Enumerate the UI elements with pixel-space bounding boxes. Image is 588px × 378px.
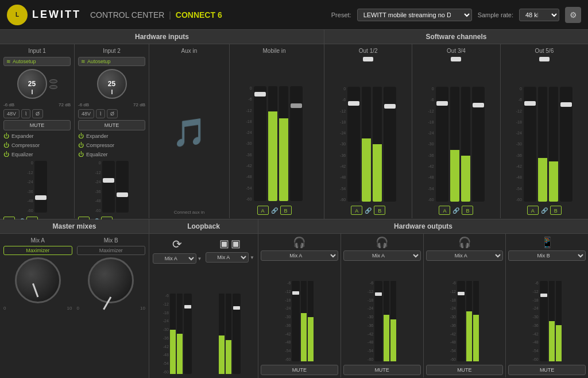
hardware-inputs-panel: Hardware inputs Input 1 ≋ Autosetup 25 [0,30,324,219]
hw-out-channel-1: 🎧 Mix A -6-12-18-24-30-36-42-48-54-60 [258,234,341,377]
software-channels-header: Software channels [324,30,588,44]
out34-a-button[interactable]: A [439,206,450,215]
logo-area: L LEWITT CONTROL CENTER | CONNECT 6 [7,5,222,25]
hw-out-2-fader[interactable] [374,281,382,361]
mobile-in-fader-handle-2[interactable] [291,103,302,108]
sample-rate-wrapper[interactable]: 48 kHz [519,9,559,21]
mix-a-knob[interactable] [15,257,61,303]
hw-out-3-fader[interactable] [457,281,465,361]
out12-fader-r[interactable] [384,87,396,202]
out12-b-button[interactable]: B [374,206,385,215]
loopback-2-mix-select[interactable]: Mix A [206,252,249,263]
input1-48v-button[interactable]: 48V [3,109,20,118]
input2-mute-button[interactable]: MUTE [78,120,145,130]
out56-b-button[interactable]: B [550,206,562,215]
top-row: Hardware inputs Input 1 ≋ Autosetup 25 [0,30,588,219]
out56-meter-2 [549,87,558,202]
app-title: CONTROL CENTER | CONNECT 6 [90,10,222,20]
input1-title: Input 1 [3,48,71,54]
hw-out-2-meter-l [384,281,389,361]
out56-fader-l[interactable] [524,87,536,202]
out12-fader-l[interactable] [347,87,360,202]
loopback-1-meter-r [177,294,183,374]
sample-rate-label: Sample rate: [478,11,513,18]
out56-ab-buttons: A 🔗 B [527,206,562,215]
aux-in-channel: Aux in 🎵 Connect aux in [149,44,230,218]
mobile-in-b-button[interactable]: B [280,206,292,215]
mobile-in-fader-2[interactable] [290,86,303,201]
out56-a-button[interactable]: A [527,206,539,215]
mobile-in-fader[interactable] [254,86,266,201]
input2-gain-knob[interactable]: 25 [97,69,127,99]
settings-button[interactable]: ⚙ [565,7,581,23]
hw-out-3-mix-select[interactable]: Mix A [426,250,504,261]
loopback-panel: Loopback ⟳ Mix A ▼ -6-12-18-24-30-36-42-… [149,219,258,378]
master-mixes-header: Master mixes [0,219,149,234]
loopback-2-meter-l [219,294,225,374]
sw-channel-out34: Out 3/4 0-6-12-18-24-30-36-42-48-54-60 [412,44,500,218]
input2-phase-button[interactable]: Ø [107,109,118,118]
mix-b-maximizer-button[interactable]: Maximizer [77,246,146,255]
loopback-1-mix-select[interactable]: Mix A [153,253,196,264]
input2-fader-2[interactable] [116,161,129,213]
out56-top-fader[interactable] [539,57,550,61]
loopback-1-fader[interactable] [184,294,192,374]
input1-autosetup-button[interactable]: ≋ Autosetup [3,57,71,66]
mobile-in-fader-handle[interactable] [254,92,266,97]
hw-out-3-icon: 🎧 [458,236,471,249]
hw-out-1-fader-l[interactable] [292,281,300,361]
sample-rate-select[interactable]: 48 kHz [519,9,559,21]
input1-gain-knob[interactable]: 25 [17,69,47,99]
hw-out-1-mix-select[interactable]: Mix A [261,250,338,261]
hw-out-2-mix-select[interactable]: Mix A [343,250,421,261]
input1-fader[interactable] [34,161,47,213]
input2-48v-button[interactable]: 48V [78,109,94,118]
hardware-inputs-header: Hardware inputs [0,30,324,44]
out34-top-fader[interactable] [451,57,461,61]
hw-out-4-mix-select[interactable]: Mix B [508,250,586,261]
hw-out-4-mute-button[interactable]: MUTE [508,365,586,375]
input2-autosetup-button[interactable]: ≋ Autosetup [78,57,145,66]
autosetup-wave-icon-2: ≋ [81,59,86,64]
hardware-inputs-body: Input 1 ≋ Autosetup 25 [0,44,324,218]
aux-jack-icon: 🎵 [172,117,207,149]
input1-lowcut-button[interactable]: ⌇ [21,109,30,118]
mix-a-column: Mix A Maximizer 0 10 [3,237,72,311]
mix-a-maximizer-button[interactable]: Maximizer [3,246,72,255]
out56-fader-r[interactable] [560,87,572,202]
mix-b-knob[interactable] [88,257,134,303]
out12-top-fader[interactable] [363,57,373,61]
link-button-1[interactable] [49,79,57,83]
input1-mute-button[interactable]: MUTE [3,120,71,130]
link-button-2[interactable] [49,85,57,89]
hw-out-2-mute-button[interactable]: MUTE [343,365,421,375]
input2-fader[interactable] [102,161,115,213]
mobile-in-a-button[interactable]: A [257,206,269,215]
preset-wrapper[interactable]: LEWITT mobile streaming no DAW [357,9,472,21]
loopback-2-fader[interactable] [233,294,241,374]
hw-out-2-icon: 🎧 [376,236,388,249]
mix-a-title: Mix A [31,237,45,244]
hardware-outputs-panel: Hardware outputs 🎧 Mix A -6-12-18-24-30-… [258,219,588,378]
out12-a-button[interactable]: A [351,206,362,215]
input2-fader-handle[interactable] [103,178,114,183]
preset-select[interactable]: LEWITT mobile streaming no DAW [357,9,472,21]
input1-phase-button[interactable]: Ø [32,109,43,118]
out34-meter-1 [450,87,459,202]
input2-lowcut-button[interactable]: ⌇ [96,109,105,118]
compressor2-power-icon: ⏻ [78,142,84,148]
bottom-row: Master mixes Mix A Maximizer 0 10 Mix [0,219,588,378]
hw-out-1-mute-button[interactable]: MUTE [261,365,338,375]
device-name: CONNECT 6 [176,10,222,20]
input2-fader-handle-2[interactable] [117,192,128,197]
out34-fader-r[interactable] [472,87,485,202]
hw-out-2-meter-r [390,281,396,361]
mobile-in-meter-2 [279,86,288,201]
input2-expander-row: ⏻ Expander [78,133,145,139]
out34-b-button[interactable]: B [462,206,473,215]
out12-link-icon: 🔗 [365,207,372,214]
hw-out-3-mute-button[interactable]: MUTE [426,365,504,375]
out34-fader-l[interactable] [436,87,448,202]
hw-out-4-fader[interactable] [540,281,548,361]
input1-fader-handle[interactable] [35,195,47,200]
